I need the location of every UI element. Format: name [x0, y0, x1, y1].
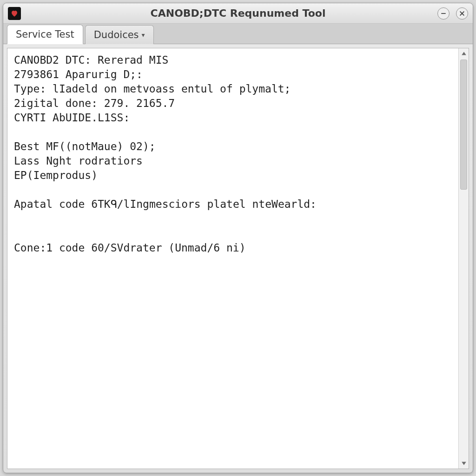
close-icon — [459, 10, 465, 17]
vertical-scrollbar[interactable] — [458, 48, 469, 469]
tab-label: Dudoices — [94, 29, 139, 40]
scroll-up-button[interactable] — [459, 48, 469, 59]
close-button[interactable] — [456, 7, 468, 20]
arrow-up-icon — [461, 51, 467, 56]
scroll-down-button[interactable] — [459, 458, 469, 469]
tab-dudoices[interactable]: Dudoices ▾ — [85, 25, 154, 44]
window-controls — [437, 7, 468, 20]
heart-icon — [10, 9, 19, 18]
window-title: CANOBD;DTC Requnumed Tool — [3, 7, 473, 19]
minimize-button[interactable] — [437, 7, 450, 20]
tab-service-test[interactable]: Service Test — [7, 25, 83, 44]
output-text[interactable]: CANOBD2 DTC: Rererad MIS 2793861 Aparuri… — [7, 48, 458, 469]
app-icon — [8, 7, 21, 20]
scrollbar-track[interactable] — [459, 59, 469, 458]
arrow-down-icon — [461, 461, 467, 466]
content-panel: CANOBD2 DTC: Rererad MIS 2793861 Aparuri… — [7, 48, 469, 469]
tab-bar: Service Test Dudoices ▾ — [3, 24, 473, 44]
chevron-down-icon: ▾ — [142, 31, 145, 39]
scrollbar-thumb[interactable] — [460, 60, 467, 190]
tab-label: Service Test — [16, 29, 74, 40]
app-window: CANOBD;DTC Requnumed Tool Service Test D… — [3, 3, 473, 473]
content-wrap: CANOBD2 DTC: Rererad MIS 2793861 Aparuri… — [3, 44, 473, 473]
titlebar: CANOBD;DTC Requnumed Tool — [3, 3, 473, 24]
